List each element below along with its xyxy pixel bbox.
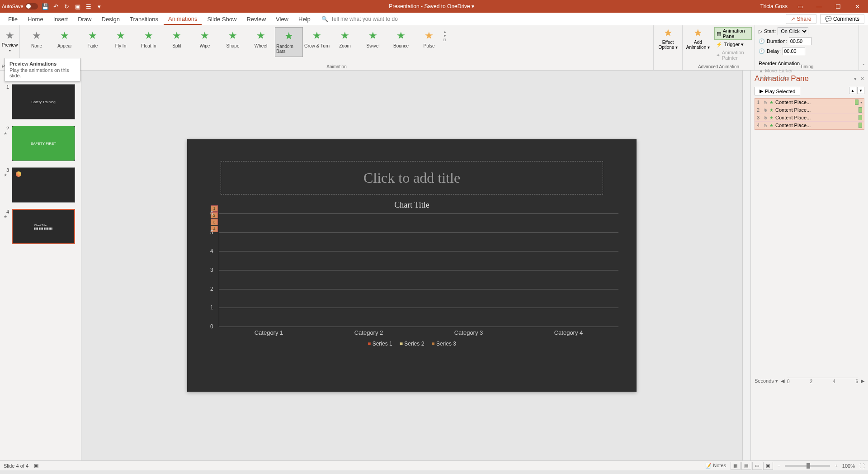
chart-placeholder[interactable]: Chart Title 0123456 Category 1Category 2…: [205, 200, 618, 365]
autosave-toggle[interactable]: AutoSave: [2, 3, 38, 9]
title-placeholder[interactable]: Click to add title: [221, 161, 603, 194]
chevron-down-icon[interactable]: ▾: [860, 100, 862, 104]
undo-icon[interactable]: ↶: [52, 3, 60, 10]
quick-access-toolbar: 💾 ↶ ↻ ▣ ☰ ▾: [42, 3, 103, 10]
collapse-ribbon-icon[interactable]: ⌃: [862, 63, 865, 68]
animation-zoom[interactable]: ★Zoom: [331, 27, 359, 51]
move-down-icon[interactable]: ▼: [857, 87, 864, 94]
tab-review[interactable]: Review: [242, 14, 270, 24]
duration-label: Duration:: [767, 38, 787, 44]
gallery-down-icon[interactable]: ▼: [443, 34, 450, 38]
pane-close-icon[interactable]: ✕: [860, 76, 864, 82]
preview-star-icon: ★: [5, 30, 14, 42]
slide-thumbnail-4[interactable]: Chart Title▮▮▮ ▮▮▮ ▮▮▮ ▮▮▮: [12, 209, 75, 244]
animation-grow-&-turn[interactable]: ★Grow & Turn: [303, 27, 331, 51]
animation-wheel[interactable]: ★Wheel: [247, 27, 275, 51]
normal-view-icon[interactable]: ▦: [731, 462, 741, 470]
animation-swivel[interactable]: ★Swivel: [359, 27, 387, 51]
toggle-icon[interactable]: [25, 3, 38, 9]
animation-list-item[interactable]: 3🖱★Content Place...: [755, 114, 864, 122]
zoom-slider[interactable]: [785, 465, 830, 467]
tab-file[interactable]: File: [4, 14, 22, 24]
zoom-out-icon[interactable]: −: [778, 463, 780, 469]
present-icon[interactable]: ▣: [74, 3, 81, 10]
title-bar: AutoSave 💾 ↶ ↻ ▣ ☰ ▾ Presentation - Save…: [0, 0, 868, 13]
zoom-level[interactable]: 100%: [842, 463, 855, 469]
anim-star-icon: ★: [425, 30, 434, 42]
comments-button[interactable]: 💬 Comments: [820, 14, 864, 24]
animation-float-in[interactable]: ★Float In: [135, 27, 163, 51]
fit-icon[interactable]: ⛶: [859, 463, 864, 469]
duration-input[interactable]: [789, 37, 811, 45]
animation-list-item[interactable]: 4🖱★Content Place...: [755, 122, 864, 129]
animation-shape[interactable]: ★Shape: [219, 27, 247, 51]
preview-button[interactable]: ★ Preview ▾: [2, 27, 18, 52]
legend-item: Series 1: [368, 341, 392, 347]
effect-options-button[interactable]: ★ Effect Options ▾: [656, 27, 679, 50]
slide-canvas[interactable]: Click to add title 1 2 3 4 Chart Title 0…: [187, 139, 637, 392]
animation-split[interactable]: ★Split: [163, 27, 191, 51]
delay-input[interactable]: [783, 47, 805, 55]
seconds-label[interactable]: Seconds ▾: [755, 378, 778, 384]
minimize-icon[interactable]: —: [810, 1, 828, 12]
share-button[interactable]: ↗ Share: [786, 14, 816, 24]
slide-editor[interactable]: Click to add title 1 2 3 4 Chart Title 0…: [81, 71, 742, 460]
zoom-in-icon[interactable]: +: [835, 463, 837, 469]
animation-random-bars[interactable]: ★Random Bars: [275, 27, 303, 57]
anim-star-icon: ★: [312, 30, 321, 42]
animation-appear[interactable]: ★Appear: [51, 27, 79, 51]
timeline-next-icon[interactable]: ▶: [861, 378, 864, 384]
tab-design[interactable]: Design: [97, 14, 124, 24]
slide-thumbnail-3[interactable]: [12, 167, 75, 203]
qat-more-icon[interactable]: ▾: [96, 3, 103, 10]
accessibility-icon[interactable]: ▣: [34, 463, 38, 469]
notes-button[interactable]: 📝 Notes: [705, 463, 726, 469]
animation-fade[interactable]: ★Fade: [79, 27, 107, 51]
click-icon: 🖱: [763, 100, 768, 105]
sorter-view-icon[interactable]: ▤: [741, 462, 751, 470]
animation-fly-in[interactable]: ★Fly In: [107, 27, 135, 51]
gallery-more-icon[interactable]: ⊟: [443, 38, 450, 42]
effect-star-icon: ★: [664, 27, 673, 39]
animation-list-item[interactable]: 2🖱★Content Place...: [755, 106, 864, 114]
close-icon[interactable]: ✕: [848, 1, 866, 12]
user-name[interactable]: Tricia Goss: [760, 3, 788, 9]
animation-none[interactable]: ★None: [23, 27, 51, 51]
tab-insert[interactable]: Insert: [49, 14, 73, 24]
move-later-button: ▼ Move Later: [759, 75, 855, 81]
animation-list-item[interactable]: 1🖱★Content Place...▾: [755, 99, 864, 106]
timing-bar-icon: [855, 100, 859, 105]
animation-bounce[interactable]: ★Bounce: [387, 27, 415, 51]
trigger-button[interactable]: ⚡ Trigger ▾: [714, 41, 752, 48]
animation-pulse[interactable]: ★Pulse: [415, 27, 443, 51]
tab-draw[interactable]: Draw: [73, 14, 96, 24]
save-icon[interactable]: 💾: [42, 3, 49, 10]
tell-me-search[interactable]: 🔍 Tell me what you want to do: [321, 16, 398, 22]
redo-icon[interactable]: ↻: [63, 3, 71, 10]
start-select[interactable]: On Click: [778, 27, 808, 35]
add-animation-button[interactable]: ★ Add Animation ▾: [685, 27, 711, 61]
gallery-up-icon[interactable]: ▲: [443, 30, 450, 34]
animation-pane-button[interactable]: ▤ Animation Pane: [714, 27, 752, 40]
start-label: Start:: [764, 28, 776, 34]
tab-transitions[interactable]: Transitions: [125, 14, 163, 24]
clock-icon: 🕐: [759, 48, 765, 54]
ribbon-options-icon[interactable]: ▭: [791, 1, 809, 12]
slideshow-view-icon[interactable]: ▣: [763, 462, 773, 470]
vertical-scrollbar[interactable]: [742, 71, 750, 460]
tab-view[interactable]: View: [271, 14, 293, 24]
anim-star-icon: ★: [60, 30, 69, 42]
tab-home[interactable]: Home: [23, 14, 48, 24]
slide-thumbnail-2[interactable]: SAFETY FIRST: [12, 126, 75, 161]
slide-thumbnail-1[interactable]: Safety Training: [12, 84, 75, 119]
play-selected-button[interactable]: ▶ Play Selected: [755, 87, 800, 95]
reading-view-icon[interactable]: ▭: [752, 462, 762, 470]
maximize-icon[interactable]: ☐: [829, 1, 847, 12]
move-up-icon[interactable]: ▲: [849, 87, 856, 94]
touch-icon[interactable]: ☰: [85, 3, 92, 10]
timeline-prev-icon[interactable]: ◀: [781, 378, 784, 384]
tab-help[interactable]: Help: [294, 14, 315, 24]
animation-wipe[interactable]: ★Wipe: [191, 27, 219, 51]
tab-animations[interactable]: Animations: [164, 14, 202, 25]
tab-slideshow[interactable]: Slide Show: [203, 14, 241, 24]
